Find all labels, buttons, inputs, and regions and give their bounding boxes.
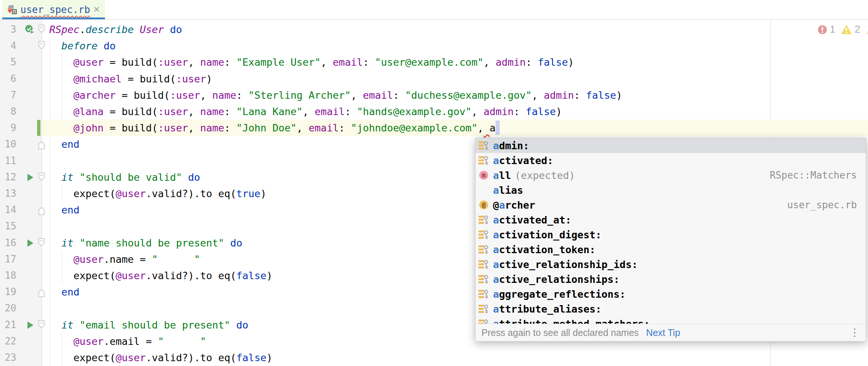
line-number: 16 [0,235,16,251]
code-line[interactable]: 8 @lana = build(:user, name: "Lana Kane"… [0,103,868,120]
completion-item[interactable]: aggregate_reflections: [476,287,866,301]
code-completion-popup: admin:activated:mall(expected)RSpec::Mat… [475,138,866,342]
line-number: 14 [0,202,16,218]
fold-down-icon[interactable] [37,320,46,331]
fold-down-icon[interactable] [37,40,46,52]
completion-item[interactable]: attribute_method_matchers: [476,316,866,324]
code-text: @archer = build(:user, name: "Sterling A… [49,87,622,104]
completion-list: admin:activated:mall(expected)RSpec::Mat… [476,138,866,324]
code-text: it "should be valid" do [49,169,200,186]
parameter-icon [478,214,489,225]
line-number: 18 [0,267,16,284]
svg-text:m: m [482,171,486,179]
run-class-icon[interactable] [24,24,36,35]
completion-item-label: admin: [493,140,529,151]
line-number: 10 [0,136,16,153]
code-text: it "email should be present" do [49,317,248,333]
line-number: 3 [0,21,16,38]
fold-down-icon[interactable] [37,172,46,183]
warning-icon [841,24,852,35]
parameter-icon [478,155,489,166]
code-text: @john = build(:user, name: "John Doe", e… [49,120,500,136]
code-text: expect(@user.valid?).to eq(false) [49,267,273,284]
vcs-change-marker [37,120,40,136]
fold-down-icon[interactable] [37,238,46,249]
weak-warning-icon [866,24,868,35]
completion-item-label: activation_digest: [493,229,602,241]
completion-item[interactable]: @@archeruser_spec.rb [476,197,866,212]
code-text: @lana = build(:user, name: "Lana Kane", … [49,103,562,120]
code-text: @user = build(:user, name: "Example User… [49,54,574,71]
completion-item-label: activation_token: [493,244,595,255]
code-line[interactable]: 9 @john = build(:user, name: "John Doe",… [0,120,868,136]
fold-down-icon[interactable] [37,24,46,35]
completion-item[interactable]: activated: [476,153,866,168]
completion-item-label: alias [493,184,523,196]
error-count: 1 [830,24,835,35]
completion-item[interactable]: activation_digest: [476,227,866,242]
warning-count: 2 [855,24,860,35]
code-text: end [49,284,79,300]
code-text: it "name should be present" do [49,235,242,251]
run-test-icon[interactable] [24,238,36,249]
fold-up-icon[interactable] [37,139,46,150]
completion-item[interactable]: mall(expected)RSpec::Matchers [476,168,866,183]
code-text: @user.email = " " [49,333,206,350]
completion-item[interactable]: active_relationship_ids: [476,257,866,272]
line-number: 6 [0,71,16,87]
code-line[interactable]: 5 @user = build(:user, name: "Example Us… [0,54,868,71]
completion-item-label: attribute_aliases: [493,303,602,315]
code-text: expect(@user.valid?).to eq(true) [49,185,266,202]
code-line[interactable]: 4 before do [0,37,868,54]
error-icon [818,25,827,35]
completion-item-label: activated: [493,155,553,166]
completion-item[interactable]: active_relationships: [476,272,866,287]
close-icon[interactable]: × [93,4,100,15]
line-number: 19 [0,284,16,300]
text-caret [496,121,500,135]
line-number: 5 [0,54,16,71]
completion-item-label: @archer [493,199,535,211]
parameter-icon [478,140,489,151]
code-line[interactable]: 7 @archer = build(:user, name: "Sterling… [0,87,868,104]
completion-item[interactable]: activation_token: [476,242,866,257]
line-number: 8 [0,103,16,120]
completion-item-label: activated_at: [493,214,571,226]
completion-item[interactable]: attribute_aliases: [476,301,866,316]
completion-footer: Press again to see all declared names Ne… [476,324,866,341]
instance-variable-icon: @ [478,199,489,210]
ruby-test-file-icon [6,4,17,15]
run-test-icon[interactable] [24,320,36,331]
svg-text:@: @ [482,201,486,209]
parameter-icon [478,244,489,255]
code-text: before do [49,37,116,54]
line-number: 15 [0,218,16,235]
parameter-icon [478,274,489,285]
code-text: @user.name = " " [49,251,200,268]
tab-title[interactable]: user_spec.rb [20,4,90,15]
completion-hint: Press again to see all declared names [481,327,639,338]
line-number: 13 [0,185,16,202]
line-number: 9 [0,120,16,136]
code-line[interactable]: 6 @michael = build(:user) [0,71,868,87]
run-test-icon[interactable] [24,172,36,183]
completion-item[interactable]: admin: [476,138,866,153]
fold-up-icon[interactable] [37,287,46,298]
code-line[interactable]: 23 expect(@user.valid?).to eq(false) [0,349,868,366]
code-line[interactable]: 3RSpec.describe User do [0,21,868,38]
kebab-menu-icon[interactable]: ⋮ [849,327,860,338]
completion-item-label: active_relationship_ids: [493,259,638,270]
fold-up-icon[interactable] [37,205,46,216]
next-tip-link[interactable]: Next Tip [646,327,680,338]
tab-user-spec[interactable]: user_spec.rb × [2,0,105,19]
completion-item[interactable]: alias [476,183,866,197]
line-number: 20 [0,300,16,317]
line-number: 17 [0,251,16,268]
completion-item-params: (expected) [515,170,575,181]
parameter-icon [478,288,489,300]
parameter-icon [478,318,489,324]
line-number: 12 [0,169,16,186]
completion-item[interactable]: activated_at: [476,212,866,227]
completion-item-origin: RSpec::Matchers [770,170,866,181]
inspections-widget[interactable]: 1 2 [818,24,868,35]
